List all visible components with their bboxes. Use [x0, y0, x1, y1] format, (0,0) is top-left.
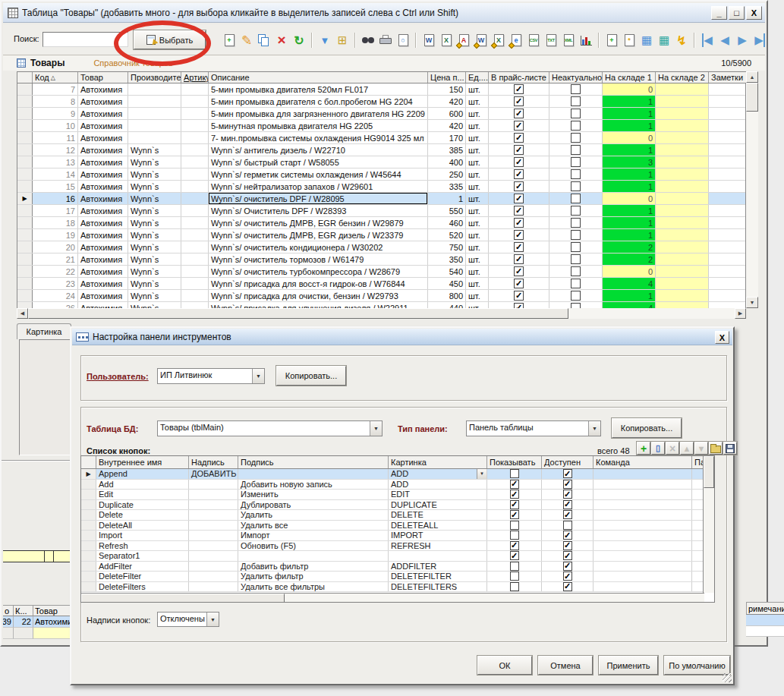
table-row[interactable]: 15АвтохимияWynn`sWynn`s/ нейтрализатор з… [17, 181, 745, 193]
record-selector[interactable] [81, 582, 96, 592]
export-pdf-button[interactable]: A [456, 32, 471, 49]
checkbox[interactable]: ✓ [563, 490, 572, 499]
duplicate-row-button[interactable]: ▯ [651, 442, 665, 455]
checkbox[interactable] [571, 194, 581, 203]
filter-tree-button[interactable]: ⊞ [335, 32, 350, 49]
chevron-down-icon[interactable]: ▼ [252, 369, 264, 383]
table-row[interactable]: 9Автохимия5-мин промывка для загрязненно… [17, 108, 745, 120]
filter-button[interactable]: ▼ [317, 32, 332, 49]
record-selector[interactable] [81, 500, 96, 510]
table-row[interactable]: 23АвтохимияWynn`sWynn`s/ присадка для во… [17, 278, 745, 290]
export-csv-button[interactable]: CSV [526, 32, 541, 49]
table-row[interactable]: 13АвтохимияWynn`sWynn`s/ быстрый старт /… [17, 156, 745, 168]
chevron-down-icon[interactable]: ▼ [588, 421, 600, 436]
export-xml-button[interactable]: XML [561, 32, 576, 49]
move-up-button[interactable]: ▲ [681, 440, 693, 457]
record-selector[interactable] [81, 521, 96, 531]
checkbox[interactable] [571, 109, 581, 118]
column-header-enabled[interactable]: Доступен [542, 456, 594, 468]
checkbox[interactable]: ✓ [563, 572, 572, 581]
checkbox[interactable]: ✓ [510, 480, 519, 489]
checkbox[interactable]: ✓ [563, 551, 572, 560]
record-selector[interactable] [17, 156, 33, 168]
record-selector[interactable] [17, 168, 33, 180]
button-config-row[interactable]: DeleteAllУдалить всеDELETEALL [81, 521, 704, 531]
pane-splitter[interactable] [2, 460, 71, 461]
record-selector[interactable]: ▶ [17, 193, 33, 204]
db-table-combo[interactable]: Товары (tblMain) ▼ [157, 420, 383, 436]
export-word-file-button[interactable]: W [474, 32, 489, 49]
copy-record-button[interactable] [257, 32, 272, 49]
vscroll-thumb[interactable] [746, 83, 758, 112]
column-header[interactable]: К... [14, 605, 33, 616]
column-header-command[interactable]: Команда [594, 456, 692, 468]
checkbox[interactable]: ✓ [514, 242, 524, 252]
button-config-row[interactable]: DeleteУдалитьDELETE✓✓ [81, 510, 704, 521]
checkbox[interactable]: ✓ [510, 551, 519, 560]
checkbox[interactable] [571, 133, 581, 143]
checkbox[interactable]: ✓ [510, 490, 519, 499]
lower-grid-row[interactable] [3, 628, 71, 639]
table-row[interactable]: 22АвтохимияWynn`sWynn`s/ очиститель турб… [17, 266, 745, 278]
nav-last-button[interactable]: ▶ [752, 32, 767, 49]
column-header-inactive[interactable]: Неактуальное [549, 72, 603, 83]
maximize-button[interactable]: □ [729, 6, 745, 20]
add-to-list-button[interactable]: + [604, 32, 619, 49]
table-settings-button[interactable]: ▦ [639, 32, 654, 49]
column-header[interactable]: Товар [33, 605, 71, 616]
scroll-down-icon[interactable]: ▼ [746, 297, 758, 308]
table-row[interactable]: 19АвтохимияWynn`sWynn`s/ очиститель ДМРВ… [17, 229, 745, 241]
checkbox[interactable]: ✓ [563, 531, 572, 540]
checkbox[interactable] [571, 242, 581, 252]
table-row[interactable]: 26АвтохимияWynn`sWynn`s/ присадка для ул… [17, 302, 745, 308]
button-config-row[interactable]: DeleteFiltersУдалить все фильтрыDELETEFI… [81, 582, 704, 593]
record-selector[interactable] [81, 480, 96, 490]
button-config-row[interactable]: AddДобавить новую записьADD✓✓ [81, 480, 704, 490]
record-selector[interactable] [17, 144, 33, 156]
scroll-left-icon[interactable]: ◀ [17, 308, 28, 319]
column-header-price[interactable]: Цена п... [428, 72, 466, 83]
checkbox[interactable] [571, 266, 581, 276]
button-config-row[interactable]: EditИзменитьEDIT✓✓ [81, 490, 704, 500]
move-down-button[interactable]: ▼ [695, 440, 707, 457]
note-row-selected[interactable] [746, 615, 784, 626]
button-config-row[interactable]: DuplicateДублироватьDUPLICATE✓✓ [81, 500, 704, 511]
find-button[interactable] [361, 32, 376, 49]
column-header[interactable]: о [3, 605, 14, 616]
buttons-grid-hscroll[interactable]: ◀ ▶ [81, 593, 704, 603]
table-row[interactable]: 8Автохимия5-мин промывка двигателя с бол… [17, 96, 745, 108]
record-selector[interactable] [17, 254, 33, 265]
checkbox[interactable] [571, 145, 581, 155]
duplicate-row-button[interactable]: ▯ [652, 440, 664, 457]
button-config-row[interactable]: DeleteFilterУдалить фильтрDELETEFILTER✓ [81, 572, 704, 582]
checkbox[interactable] [571, 279, 581, 288]
nav-first-button[interactable]: ◀ [700, 32, 715, 49]
column-header-description[interactable]: Описание [209, 72, 428, 83]
buttons-grid-vscroll[interactable]: ▲ ▼ [703, 456, 714, 593]
column-header-manufacturer[interactable]: Производитель [128, 72, 181, 83]
checkbox[interactable]: ✓ [514, 230, 524, 240]
export-html-button[interactable]: e [508, 32, 524, 49]
grid-horizontal-scrollbar[interactable]: ◀ ▶ [17, 308, 746, 319]
checkbox[interactable] [563, 521, 572, 530]
add-record-button[interactable]: + [222, 32, 237, 49]
checkbox[interactable]: ✓ [514, 157, 524, 167]
copy-user-button[interactable]: Копировать... [276, 366, 346, 386]
record-selector[interactable] [17, 108, 33, 119]
cancel-button[interactable]: Отмена [538, 656, 593, 675]
checkbox[interactable]: ✓ [563, 469, 572, 478]
tab-picture[interactable]: Картинка [17, 323, 71, 339]
add-row-button[interactable]: + [638, 440, 650, 457]
checkbox[interactable] [571, 84, 581, 94]
record-selector[interactable] [17, 229, 33, 241]
hscroll-thumb[interactable] [81, 594, 285, 603]
delete-row-button[interactable]: × [666, 440, 679, 457]
checkbox[interactable]: ✓ [514, 133, 524, 143]
button-config-row[interactable]: AddFilterДобавить фильтрADDFILTER✓ [81, 562, 704, 572]
checkbox[interactable] [571, 181, 581, 191]
nav-next-button[interactable]: ▶ [735, 32, 750, 49]
table-row[interactable]: 12АвтохимияWynn`sWynn`s/ антигель дизель… [17, 144, 745, 156]
record-selector[interactable] [17, 217, 33, 228]
record-selector[interactable] [17, 290, 33, 301]
export-txt-button[interactable]: TXT [543, 32, 559, 49]
